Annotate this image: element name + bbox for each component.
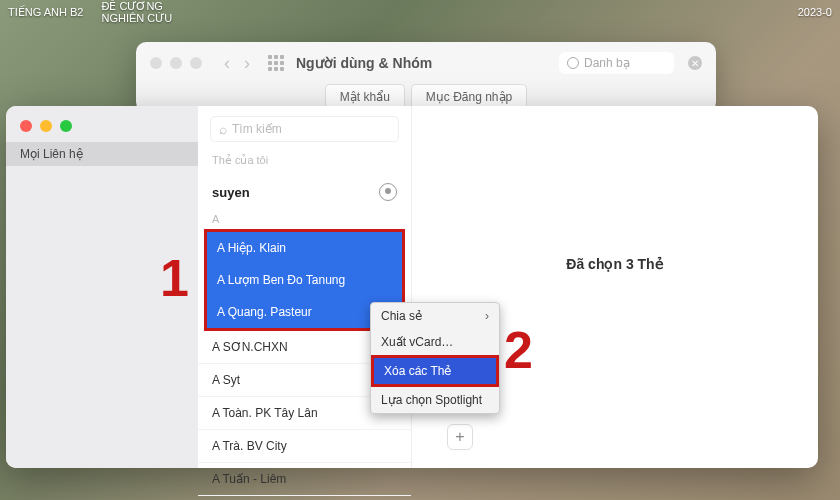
contact-row-selected[interactable]: A Hiệp. Klain: [207, 232, 402, 264]
menu-item-1[interactable]: TIẾNG ANH B2: [8, 6, 83, 18]
contact-row[interactable]: A Trà. BV City: [198, 430, 411, 463]
window-title: Người dùng & Nhóm: [296, 55, 432, 71]
menu-item-export-vcard[interactable]: Xuất vCard…: [371, 329, 499, 355]
menu-bar: TIẾNG ANH B2 ĐỀ CƯƠNG NGHIÊN CỨU 2023-0: [0, 0, 840, 24]
contact-row[interactable]: A Tuấn - Liêm: [198, 463, 411, 496]
chevron-right-icon: ›: [485, 309, 489, 323]
context-menu: Chia sẻ › Xuất vCard… Xóa các Thẻ Lựa ch…: [370, 302, 500, 414]
menu-item-share[interactable]: Chia sẻ ›: [371, 303, 499, 329]
back-arrow-icon[interactable]: ‹: [224, 53, 230, 74]
avatar-icon: [379, 183, 397, 201]
clock: 2023-0: [798, 6, 832, 18]
close-icon[interactable]: [20, 120, 32, 132]
my-card-row[interactable]: suyen: [198, 177, 411, 211]
menu-item-spotlight[interactable]: Lựa chọn Spotlight: [371, 387, 499, 413]
window-controls[interactable]: [150, 57, 202, 69]
titlebar: ‹ › Người dùng & Nhóm Danh bạ ✕: [136, 42, 716, 84]
annotation-2: 2: [504, 320, 533, 380]
group-header: A: [198, 211, 411, 227]
minimize-icon[interactable]: [40, 120, 52, 132]
annotation-box-2: Xóa các Thẻ: [371, 355, 499, 387]
selection-count-label: Đã chọn 3 Thẻ: [566, 256, 663, 272]
my-name: suyen: [212, 185, 250, 200]
my-card-label: Thẻ của tôi: [198, 148, 411, 177]
clear-icon[interactable]: ✕: [688, 56, 702, 70]
contact-row-selected[interactable]: A Lượm Ben Đo Tanung: [207, 264, 402, 296]
window-controls[interactable]: [6, 116, 198, 142]
add-button[interactable]: +: [447, 424, 473, 450]
search-field[interactable]: Danh bạ: [559, 52, 674, 74]
search-input[interactable]: Tìm kiếm: [210, 116, 399, 142]
users-groups-window: ‹ › Người dùng & Nhóm Danh bạ ✕ Mật khẩu…: [136, 42, 716, 112]
maximize-icon[interactable]: [60, 120, 72, 132]
sidebar-item-all-contacts[interactable]: Mọi Liên hệ: [6, 142, 198, 166]
apps-grid-icon[interactable]: [268, 55, 284, 71]
menu-item-delete-cards[interactable]: Xóa các Thẻ: [374, 358, 496, 384]
annotation-1: 1: [160, 248, 189, 308]
forward-arrow-icon: ›: [244, 53, 250, 74]
menu-item-2[interactable]: ĐỀ CƯƠNG NGHIÊN CỨU: [101, 0, 172, 24]
